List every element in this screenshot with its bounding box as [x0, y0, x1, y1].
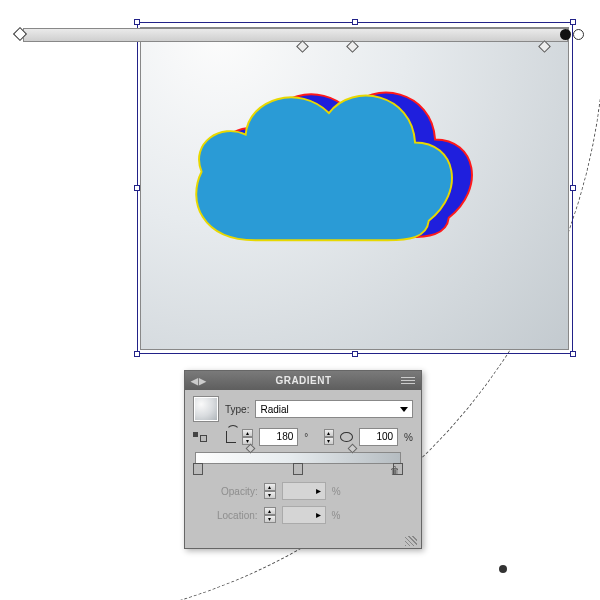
- trash-icon[interactable]: [390, 465, 402, 477]
- panel-menu-icon[interactable]: [401, 377, 415, 384]
- type-label: Type:: [225, 404, 249, 415]
- chevron-down-icon: [400, 407, 408, 412]
- reverse-gradient-icon[interactable]: [193, 430, 207, 444]
- selection-handle[interactable]: [134, 19, 140, 25]
- selection-handle[interactable]: [570, 185, 576, 191]
- type-select-value: Radial: [260, 404, 288, 415]
- aspect-field[interactable]: 100: [359, 428, 399, 446]
- selection-handle[interactable]: [352, 19, 358, 25]
- panel-titlebar[interactable]: ◀▶ GRADIENT: [185, 371, 421, 390]
- location-field: ▸: [282, 506, 326, 524]
- type-select[interactable]: Radial: [255, 400, 413, 418]
- aspect-ratio-icon: [340, 432, 352, 442]
- opacity-row: Opacity: ▴▾ ▸ %: [193, 482, 413, 500]
- selection-handle[interactable]: [570, 351, 576, 357]
- gradient-ramp[interactable]: [195, 452, 401, 464]
- aspect-spinner[interactable]: ▴▾: [324, 429, 334, 445]
- location-row: Location: ▴▾ ▸ %: [193, 506, 413, 524]
- type-row: Type: Radial: [193, 396, 413, 422]
- angle-icon: [226, 431, 237, 443]
- gradient-color-stop[interactable]: [293, 463, 303, 475]
- selection-handle[interactable]: [352, 351, 358, 357]
- collapse-arrows-icon[interactable]: ◀▶: [191, 376, 206, 386]
- gradient-swatch[interactable]: [193, 396, 219, 422]
- selection-handle[interactable]: [134, 351, 140, 357]
- opacity-spinner: ▴▾: [264, 483, 276, 499]
- angle-unit: °: [304, 432, 308, 443]
- aspect-unit: %: [404, 432, 413, 443]
- selection-bounding-box[interactable]: [137, 22, 573, 354]
- panel-title-text: GRADIENT: [275, 375, 331, 386]
- selection-handle[interactable]: [570, 19, 576, 25]
- resize-grip-icon[interactable]: [405, 536, 417, 546]
- angle-spinner[interactable]: ▴▾: [242, 429, 252, 445]
- gradient-end-ring[interactable]: [573, 29, 584, 40]
- opacity-label: Opacity:: [221, 486, 258, 497]
- gradient-annotator-bar[interactable]: [23, 28, 568, 42]
- gradient-ramp-container: [193, 452, 413, 464]
- location-spinner: ▴▾: [264, 507, 276, 523]
- selection-handle[interactable]: [134, 185, 140, 191]
- location-unit: %: [332, 510, 341, 521]
- panel-footer: [185, 536, 421, 548]
- angle-field[interactable]: 180: [259, 428, 299, 446]
- location-label: Location:: [217, 510, 258, 521]
- gradient-radial-preview-dot[interactable]: [499, 565, 507, 573]
- panel-body: Type: Radial ▴▾ 180 ° ▴▾ 100 %: [185, 390, 421, 536]
- gradient-color-stop[interactable]: [193, 463, 203, 475]
- opacity-unit: %: [332, 486, 341, 497]
- gradient-end-handle[interactable]: [560, 29, 571, 40]
- opacity-field: ▸: [282, 482, 326, 500]
- angle-aspect-row: ▴▾ 180 ° ▴▾ 100 %: [193, 428, 413, 446]
- gradient-panel: ◀▶ GRADIENT Type: Radial ▴▾ 180 ° ▴▾ 100…: [184, 370, 422, 549]
